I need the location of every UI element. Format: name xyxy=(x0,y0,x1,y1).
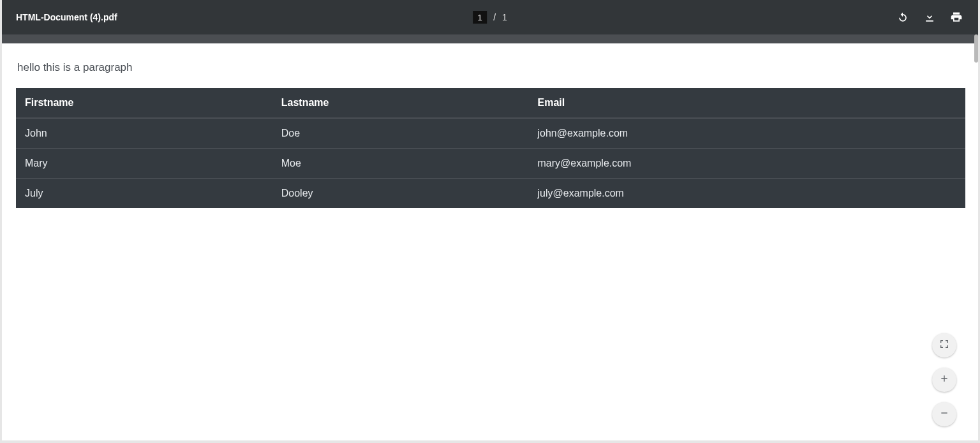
cell-lastname: Moe xyxy=(272,149,529,179)
page-total: 1 xyxy=(502,12,507,22)
vertical-scrollbar[interactable] xyxy=(974,34,978,63)
download-icon[interactable] xyxy=(923,11,936,24)
cell-email: mary@example.com xyxy=(529,149,966,179)
cell-lastname: Dooley xyxy=(272,179,529,209)
cell-email: july@example.com xyxy=(529,179,966,209)
print-icon[interactable] xyxy=(950,11,963,24)
toolbar-shadow-strip xyxy=(2,34,978,43)
viewer-toolbar: HTML-Document (4).pdf 1 / 1 xyxy=(2,0,978,34)
plus-icon xyxy=(939,373,949,386)
zoom-out-button[interactable] xyxy=(932,402,956,426)
page-current-input[interactable]: 1 xyxy=(473,11,487,24)
pdf-page: hello this is a paragraph Firstname Last… xyxy=(4,43,976,440)
page-separator: / xyxy=(493,12,496,22)
cell-firstname: July xyxy=(16,179,272,209)
cell-email: john@example.com xyxy=(529,118,966,149)
rotate-icon[interactable] xyxy=(896,11,909,24)
floating-controls xyxy=(932,333,956,426)
cell-firstname: John xyxy=(16,118,272,149)
document-title: HTML-Document (4).pdf xyxy=(16,12,117,22)
intro-paragraph: hello this is a paragraph xyxy=(17,61,965,74)
minus-icon xyxy=(939,408,949,421)
fit-to-page-button[interactable] xyxy=(932,333,956,357)
pdf-viewer: HTML-Document (4).pdf 1 / 1 hello this i… xyxy=(2,0,978,440)
table-row: July Dooley july@example.com xyxy=(16,179,965,209)
people-table: Firstname Lastname Email John Doe john@e… xyxy=(16,88,965,208)
col-firstname: Firstname xyxy=(16,88,272,118)
page-indicator: 1 / 1 xyxy=(473,11,507,24)
col-email: Email xyxy=(529,88,966,118)
zoom-in-button[interactable] xyxy=(932,368,956,392)
cell-lastname: Doe xyxy=(272,118,529,149)
table-row: Mary Moe mary@example.com xyxy=(16,149,965,179)
col-lastname: Lastname xyxy=(272,88,529,118)
cell-firstname: Mary xyxy=(16,149,272,179)
toolbar-actions xyxy=(896,11,963,24)
table-row: John Doe john@example.com xyxy=(16,118,965,149)
table-header-row: Firstname Lastname Email xyxy=(16,88,965,118)
fit-icon xyxy=(939,339,949,352)
